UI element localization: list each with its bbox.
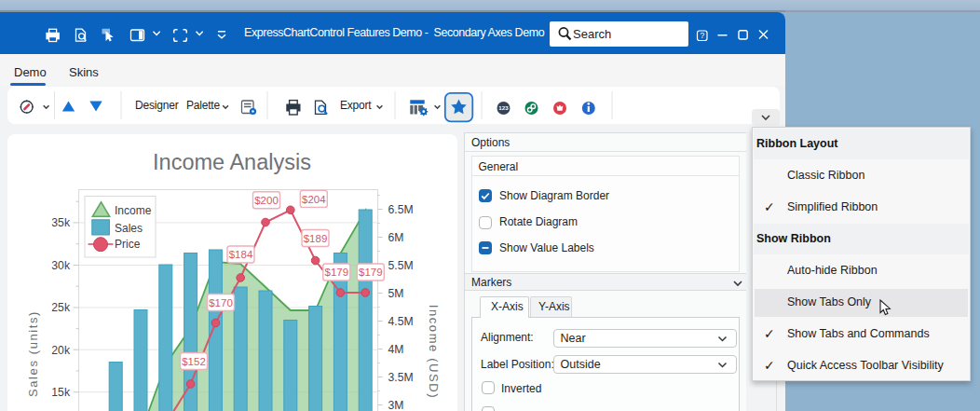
svg-text:5M: 5M [388,287,404,300]
svg-text:$204: $204 [302,194,326,205]
svg-text:4.5M: 4.5M [388,315,414,328]
svg-text:4M: 4M [388,343,404,356]
svg-text:Income: Income [115,204,152,217]
svg-text:Sales: Sales [115,222,143,235]
svg-text:6.5M: 6.5M [388,203,414,216]
svg-text:$200: $200 [254,195,279,206]
svg-text:$152: $152 [182,356,206,367]
svg-text:123: 123 [498,104,509,111]
svg-text:$189: $189 [304,233,328,244]
svg-text:$179: $179 [359,267,383,278]
svg-text:30k: 30k [51,259,71,272]
svg-text:6M: 6M [388,231,404,244]
svg-text:Income Analysis: Income Analysis [153,150,311,174]
svg-text:3M: 3M [388,399,404,411]
svg-text:15k: 15k [51,386,71,399]
svg-text:?: ? [700,31,704,40]
svg-text:$170: $170 [209,297,233,308]
svg-text:Income (USD): Income (USD) [427,305,441,400]
svg-text:$184: $184 [229,249,253,260]
svg-text:20k: 20k [51,344,71,357]
svg-text:$179: $179 [325,267,349,278]
svg-text:25k: 25k [51,301,71,314]
svg-text:3.5M: 3.5M [388,371,414,384]
svg-text:5.5M: 5.5M [388,259,414,272]
svg-text:Price: Price [115,238,141,251]
svg-text:Sales (units): Sales (units) [26,310,40,397]
svg-text:35k: 35k [51,216,71,229]
